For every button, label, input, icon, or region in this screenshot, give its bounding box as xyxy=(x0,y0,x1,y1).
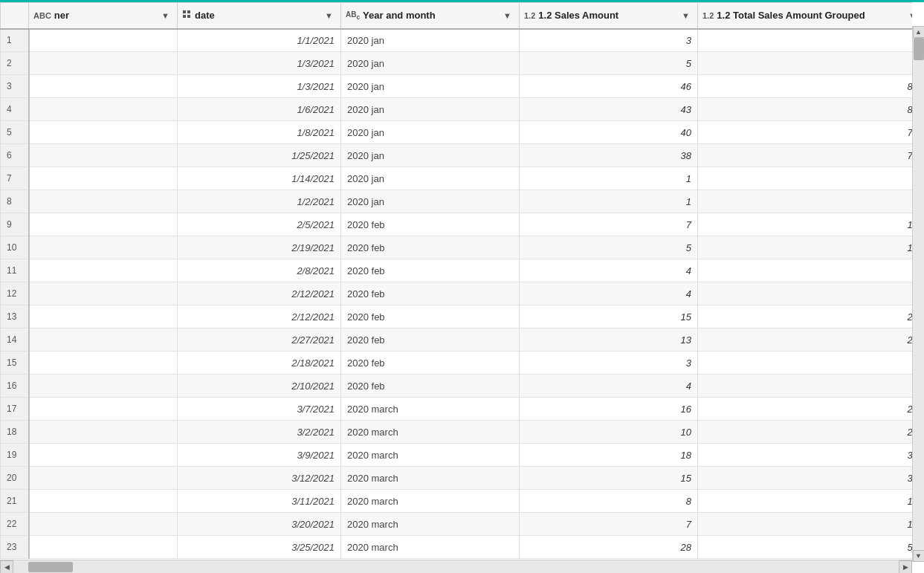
cell-date: 1/1/2021 xyxy=(178,29,341,52)
cell-rownum: 13 xyxy=(1,305,29,328)
cell-yearmonth: 2020 feb xyxy=(341,213,520,236)
cell-date: 3/9/2021 xyxy=(178,444,341,467)
cell-date: 1/3/2021 xyxy=(178,75,341,98)
cell-rownum: 18 xyxy=(1,421,29,444)
col-total-dropdown[interactable]: ▼ xyxy=(905,10,912,22)
col-sales-label: 1.2 Sales Amount xyxy=(538,10,618,21)
cell-yearmonth: 2020 march xyxy=(341,490,520,513)
cell-total: 12 xyxy=(698,213,913,236)
cell-customer xyxy=(29,98,178,121)
cell-total: 28 xyxy=(698,328,913,352)
cell-rownum: 1 xyxy=(1,29,29,52)
table-row: 213/11/20212020 march815 xyxy=(1,490,913,513)
cell-total: 8 xyxy=(698,29,913,52)
cell-rownum: 7 xyxy=(1,167,29,190)
cell-date: 3/20/2021 xyxy=(178,513,341,536)
cell-rownum: 10 xyxy=(1,236,29,259)
cell-rownum: 11 xyxy=(1,259,29,282)
cell-yearmonth: 2020 jan xyxy=(341,190,520,213)
cell-rownum: 22 xyxy=(1,513,29,536)
sales-num-icon: 1.2 xyxy=(524,11,535,20)
table-row: 162/10/20212020 feb47 xyxy=(1,375,913,398)
cell-total: 8 xyxy=(698,282,913,305)
svg-rect-1 xyxy=(187,10,190,13)
table-row: 112/8/20212020 feb48 xyxy=(1,259,913,282)
scroll-track-horizontal[interactable] xyxy=(13,560,899,573)
scroll-up-button[interactable]: ▲ xyxy=(913,26,925,38)
cell-date: 1/6/2021 xyxy=(178,98,341,121)
cell-customer xyxy=(29,536,178,559)
scroll-right-button[interactable]: ▶ xyxy=(899,560,912,574)
table-row: 81/2/20212020 jan12 xyxy=(1,190,913,213)
cell-customer xyxy=(29,305,178,328)
table-row: 132/12/20212020 feb1528 xyxy=(1,305,913,328)
cell-customer xyxy=(29,513,178,536)
cell-customer xyxy=(29,375,178,398)
cell-sales: 4 xyxy=(520,282,698,305)
cell-rownum: 8 xyxy=(1,190,29,213)
scroll-thumb-horizontal[interactable] xyxy=(28,562,73,572)
cell-date: 3/2/2021 xyxy=(178,421,341,444)
cell-date: 3/7/2021 xyxy=(178,398,341,421)
header-row: ABC ner ▼ xyxy=(1,3,913,29)
cell-customer xyxy=(29,398,178,421)
cell-yearmonth: 2020 march xyxy=(341,421,520,444)
table-row: 233/25/20212020 march2858 xyxy=(1,536,913,559)
table-row: 122/12/20212020 feb48 xyxy=(1,282,913,305)
cell-total: 89 xyxy=(698,98,913,121)
table-body: 11/1/20212020 jan3821/3/20212020 jan5831… xyxy=(1,29,913,559)
col-sales-dropdown[interactable]: ▼ xyxy=(679,10,693,22)
cell-yearmonth: 2020 jan xyxy=(341,98,520,121)
table-row: 152/18/20212020 feb37 xyxy=(1,352,913,375)
cell-date: 2/10/2021 xyxy=(178,375,341,398)
data-table: ABC ner ▼ xyxy=(0,2,912,559)
col-yearmonth-dropdown[interactable]: ▼ xyxy=(500,10,514,22)
cell-total: 8 xyxy=(698,259,913,282)
col-header-sales: 1.2 1.2 Sales Amount ▼ xyxy=(520,3,698,29)
vertical-scrollbar[interactable]: ▲ ▼ xyxy=(912,26,924,562)
cell-yearmonth: 2020 march xyxy=(341,444,520,467)
table-row: 102/19/20212020 feb512 xyxy=(1,236,913,259)
cell-sales: 4 xyxy=(520,259,698,282)
col-date-dropdown[interactable]: ▼ xyxy=(322,10,336,22)
cell-yearmonth: 2020 march xyxy=(341,513,520,536)
cell-rownum: 3 xyxy=(1,75,29,98)
horizontal-scrollbar[interactable]: ◀ ▶ xyxy=(0,560,912,573)
total-num-icon: 1.2 xyxy=(702,11,714,20)
scroll-thumb-vertical[interactable] xyxy=(914,38,924,60)
cell-customer xyxy=(29,213,178,236)
cell-yearmonth: 2020 feb xyxy=(341,282,520,305)
svg-rect-3 xyxy=(187,15,190,18)
table-row: 92/5/20212020 feb712 xyxy=(1,213,913,236)
cell-sales: 18 xyxy=(520,444,698,467)
col-customer-dropdown[interactable]: ▼ xyxy=(158,10,172,22)
cell-total: 7 xyxy=(698,375,913,398)
cell-sales: 3 xyxy=(520,352,698,375)
cell-yearmonth: 2020 jan xyxy=(341,144,520,167)
cell-sales: 8 xyxy=(520,490,698,513)
table-row: 183/2/20212020 march1026 xyxy=(1,421,913,444)
col-header-rownum xyxy=(1,3,29,29)
cell-sales: 5 xyxy=(520,236,698,259)
cell-total: 26 xyxy=(698,398,913,421)
cell-total: 33 xyxy=(698,467,913,490)
table-row: 11/1/20212020 jan38 xyxy=(1,29,913,52)
cell-yearmonth: 2020 jan xyxy=(341,75,520,98)
cell-customer xyxy=(29,490,178,513)
cell-date: 3/12/2021 xyxy=(178,467,341,490)
cell-customer xyxy=(29,259,178,282)
cell-rownum: 16 xyxy=(1,375,29,398)
cell-sales: 7 xyxy=(520,513,698,536)
cell-sales: 38 xyxy=(520,144,698,167)
cell-sales: 43 xyxy=(520,98,698,121)
scroll-left-button[interactable]: ◀ xyxy=(0,560,13,574)
cell-total: 8 xyxy=(698,52,913,75)
col-yearmonth-label: Year and month xyxy=(363,10,436,21)
scroll-down-button[interactable]: ▼ xyxy=(913,550,925,562)
cell-yearmonth: 2020 feb xyxy=(341,375,520,398)
svg-rect-0 xyxy=(183,10,186,13)
cell-sales: 16 xyxy=(520,398,698,421)
scroll-track-vertical[interactable] xyxy=(913,38,924,550)
cell-date: 3/25/2021 xyxy=(178,536,341,559)
cell-yearmonth: 2020 feb xyxy=(341,305,520,328)
